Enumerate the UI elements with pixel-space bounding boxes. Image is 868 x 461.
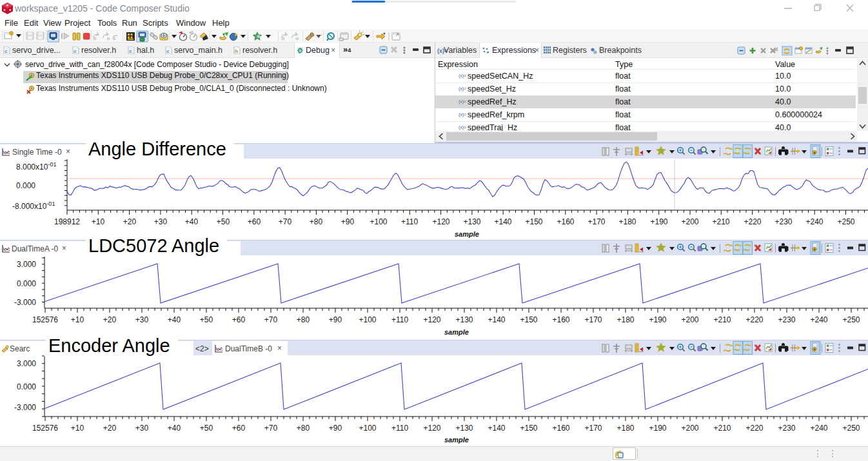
svg-text:c: c — [5, 48, 8, 54]
svg-text:c: c — [129, 48, 132, 54]
svg-text:h: h — [235, 48, 238, 54]
svg-text:c: c — [74, 48, 77, 54]
svg-text:c: c — [166, 48, 170, 54]
svg-text:x: x — [486, 50, 488, 54]
